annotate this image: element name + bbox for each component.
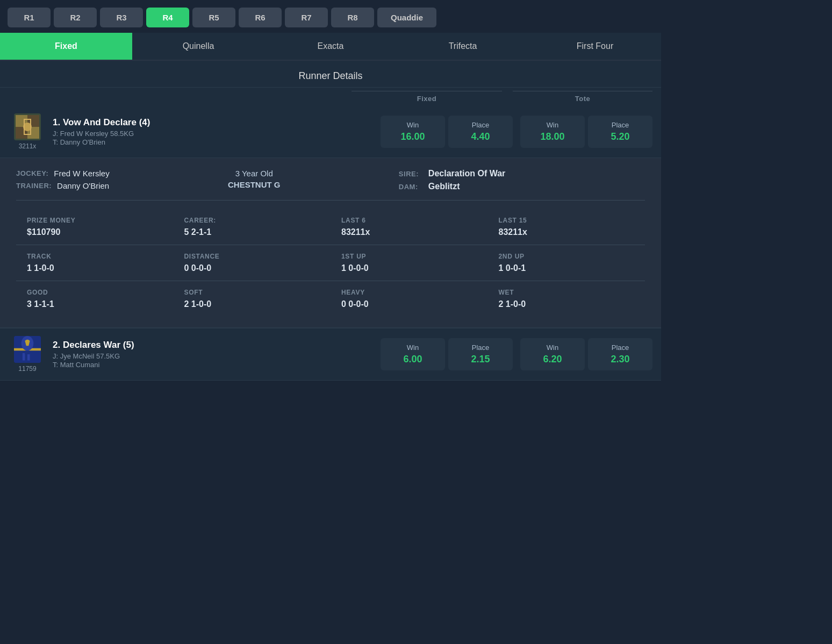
runner-1-fixed-win-box[interactable]: Win 16.00: [381, 116, 445, 148]
runner-1-trainer: T: Danny O'Brien: [53, 138, 381, 146]
runner-1-sire-val: Declaration Of War: [428, 169, 505, 178]
runner-2-tote-place-box[interactable]: Place 2.30: [588, 338, 652, 370]
heavy-label: HEAVY: [341, 289, 488, 296]
race-tab-r7[interactable]: R7: [285, 8, 328, 27]
last6-cell: LAST 6 83211x: [331, 209, 488, 245]
bet-tab-firstfour[interactable]: First Four: [529, 33, 661, 60]
runner-1-odds-fixed: Win 16.00 Place 4.40: [381, 116, 513, 148]
runner-1-expanded: JOCKEY: Fred W Kersley TRAINER: Danny O'…: [0, 158, 661, 328]
odds-subheader: Fixed Tote: [0, 88, 661, 106]
runner-1-silk-image: [14, 113, 41, 140]
runner-1-age-color: 3 Year Old CHESTNUT G: [131, 169, 377, 189]
runner-2-odds-tote: Win 6.20 Place 2.30: [520, 338, 652, 370]
track-value: 1 1-0-0: [27, 263, 174, 273]
runner-1-info: 1. Vow And Declare (4) J: Fred W Kersley…: [46, 117, 381, 146]
runner-1-jockey-trainer-col: JOCKEY: Fred W Kersley TRAINER: Danny O'…: [16, 169, 110, 190]
trainer-label: TRAINER:: [16, 182, 52, 190]
runner-2-fixed-win-value: 6.00: [387, 354, 439, 365]
runner-1-tote-win-box[interactable]: Win 18.00: [520, 116, 585, 148]
race-tab-r1[interactable]: R1: [8, 8, 51, 27]
r2-tote-win-label: Win: [527, 344, 578, 352]
race-tab-r3[interactable]: R3: [100, 8, 143, 27]
race-tab-quaddie[interactable]: Quaddie: [377, 8, 436, 27]
runner-1-fixed-place-box[interactable]: Place 4.40: [448, 116, 513, 148]
runner-1-expanded-trainer-val: Danny O'Brien: [57, 181, 109, 190]
bet-tab-fixed[interactable]: Fixed: [0, 33, 132, 60]
runner-2-trainer: T: Matt Cumani: [53, 361, 381, 369]
sire-label: SIRE:: [399, 170, 423, 178]
svg-rect-8: [23, 353, 25, 361]
runner-1-tote-place-box[interactable]: Place 5.20: [588, 116, 652, 148]
race-tab-r5[interactable]: R5: [192, 8, 235, 27]
race-tabs: R1 R2 R3 R4 R5 R6 R7 R8 Quaddie: [0, 0, 661, 33]
runner-1-stats-grid: PRIZE MONEY $110790 CAREER: 5 2-1-1 LAST…: [16, 209, 645, 317]
runner-1-sire-dam: SIRE: Declaration Of War DAM: Geblitzt: [399, 169, 645, 191]
runner-1-silk: 3211x: [9, 113, 46, 150]
runner-1-expanded-inner: JOCKEY: Fred W Kersley TRAINER: Danny O'…: [0, 158, 661, 327]
runner-1-top-details: JOCKEY: Fred W Kersley TRAINER: Danny O'…: [16, 169, 645, 201]
runner-1-dam-val: Geblitzt: [428, 182, 460, 191]
runner-1-age: 3 Year Old: [131, 169, 377, 178]
distance-value: 0 0-0-0: [184, 263, 331, 273]
runner-2-name: 2. Declares War (5): [53, 340, 381, 350]
track-label: TRACK: [27, 253, 174, 260]
bet-tab-trifecta[interactable]: Trifecta: [397, 33, 529, 60]
last15-cell: LAST 15 83211x: [488, 209, 645, 245]
svg-rect-10: [25, 350, 30, 354]
runner-details-header: Runner Details: [0, 61, 661, 88]
runner-2-tote-win-box[interactable]: Win 6.20: [520, 338, 585, 370]
last15-label: LAST 15: [499, 217, 645, 224]
runner-2-tote-place-value: 2.30: [594, 354, 646, 365]
runner-2-fixed-win-box[interactable]: Win 6.00: [381, 338, 445, 370]
dam-label: DAM:: [399, 183, 423, 191]
runner-2-tote-win-value: 6.20: [527, 354, 578, 365]
race-tab-r4[interactable]: R4: [146, 8, 189, 27]
runner-1-jockey: J: Fred W Kersley 58.5KG: [53, 130, 381, 138]
last6-label: LAST 6: [341, 217, 488, 224]
runner-1-name: 1. Vow And Declare (4): [53, 117, 381, 128]
prize-money-label: PRIZE MONEY: [27, 217, 174, 224]
r2-tote-place-label: Place: [594, 344, 646, 352]
career-cell: CAREER: 5 2-1-1: [174, 209, 331, 245]
runner-1-tote-place-value: 5.20: [594, 131, 646, 142]
runner-2-form: 11759: [9, 365, 46, 373]
good-value: 3 1-1-1: [27, 299, 174, 309]
bet-tab-exacta[interactable]: Exacta: [264, 33, 397, 60]
runner-1-expanded-trainer: TRAINER: Danny O'Brien: [16, 181, 110, 190]
race-tab-r6[interactable]: R6: [239, 8, 282, 27]
runner-2-silk-image: [14, 336, 41, 363]
firstup-value: 1 0-0-0: [341, 263, 488, 273]
bet-type-tabs: Fixed Quinella Exacta Trifecta First Fou…: [0, 33, 661, 61]
runner-2-silk: 11759: [9, 336, 46, 373]
track-cell: TRACK 1 1-0-0: [16, 245, 174, 281]
runner-2-info: 2. Declares War (5) J: Jye McNeil 57.5KG…: [46, 340, 381, 369]
tote-header: Tote: [513, 91, 652, 103]
sire-dam-container: SIRE: Declaration Of War DAM: Geblitzt: [399, 169, 645, 191]
wet-value: 2 1-0-0: [499, 299, 645, 309]
runner-1-color: CHESTNUT G: [131, 180, 377, 189]
soft-cell: SOFT 2 1-0-0: [174, 281, 331, 317]
runner-2-fixed-place-box[interactable]: Place 2.15: [448, 338, 513, 370]
runner-1-fixed-win-value: 16.00: [387, 131, 439, 142]
distance-label: DISTANCE: [184, 253, 331, 260]
bet-tab-quinella[interactable]: Quinella: [132, 33, 264, 60]
fixed-place-label: Place: [455, 121, 506, 129]
good-cell: GOOD 3 1-1-1: [16, 281, 174, 317]
race-tab-r2[interactable]: R2: [54, 8, 97, 27]
runner-1-expanded-jockey-val: Fred W Kersley: [54, 169, 109, 178]
runner-2-row: 11759 2. Declares War (5) J: Jye McNeil …: [0, 328, 661, 381]
runner-1-dam-row: DAM: Geblitzt: [399, 182, 645, 191]
race-tab-r8[interactable]: R8: [331, 8, 374, 27]
runner-1-row: 3211x 1. Vow And Declare (4) J: Fred W K…: [0, 106, 661, 158]
runner-1-form: 3211x: [9, 142, 46, 150]
secondup-value: 1 0-0-1: [499, 263, 645, 273]
wet-cell: WET 2 1-0-0: [488, 281, 645, 317]
prize-money-value: $110790: [27, 227, 174, 237]
secondup-label: 2ND UP: [499, 253, 645, 260]
prize-money-cell: PRIZE MONEY $110790: [16, 209, 174, 245]
heavy-value: 0 0-0-0: [341, 299, 488, 309]
career-label: CAREER:: [184, 217, 331, 224]
firstup-cell: 1ST UP 1 0-0-0: [331, 245, 488, 281]
runner-2-odds-fixed: Win 6.00 Place 2.15: [381, 338, 513, 370]
soft-value: 2 1-0-0: [184, 299, 331, 309]
